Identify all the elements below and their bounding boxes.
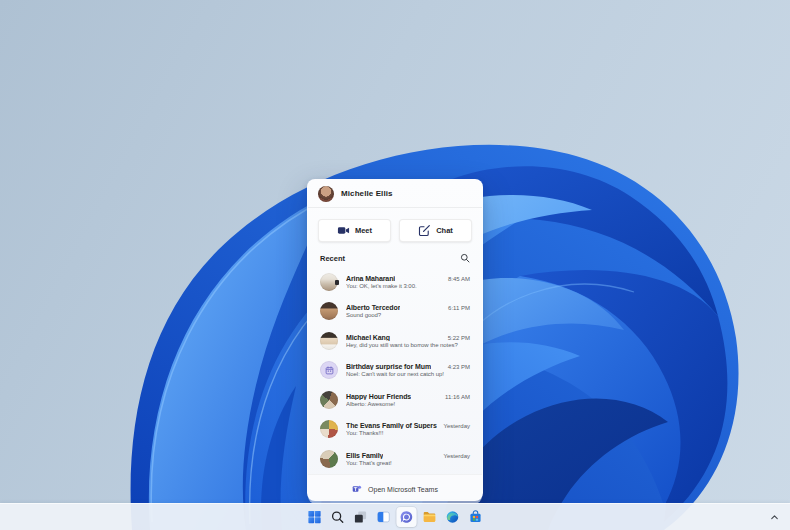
chat-timestamp: Yesterday bbox=[440, 453, 470, 459]
chat-timestamp: 8:45 AM bbox=[444, 276, 470, 282]
avatar bbox=[320, 391, 338, 409]
task-view-icon bbox=[354, 510, 368, 524]
system-tray bbox=[769, 504, 780, 530]
chat-timestamp: 6:11 PM bbox=[444, 305, 470, 311]
avatar bbox=[320, 420, 338, 438]
chat-preview: Hey, did you still want to borrow the no… bbox=[346, 342, 470, 348]
teams-logo-icon bbox=[352, 484, 362, 494]
edge-button[interactable] bbox=[443, 507, 463, 527]
recent-label: Recent bbox=[320, 254, 345, 263]
chat-button-label: Chat bbox=[436, 226, 453, 235]
chat-list-item[interactable]: Michael Kang 5:22 PM Hey, did you still … bbox=[320, 326, 470, 356]
avatar bbox=[320, 332, 338, 350]
chat-timestamp: 5:22 PM bbox=[444, 335, 470, 341]
chat-list-item[interactable]: The Evans Family of Supers Yesterday You… bbox=[320, 415, 470, 445]
avatar bbox=[320, 361, 338, 379]
open-teams-button[interactable]: Open Microsoft Teams bbox=[308, 474, 482, 504]
flyout-header: Michelle Ellis bbox=[308, 180, 482, 208]
chat-name: Birthday surprise for Mum bbox=[346, 363, 431, 370]
chat-list-item[interactable]: Happy Hour Friends 11:16 AM Alberto: Awe… bbox=[320, 385, 470, 415]
avatar bbox=[320, 450, 338, 468]
edge-browser-icon bbox=[446, 510, 460, 524]
chat-preview: Alberto: Awesome! bbox=[346, 401, 470, 407]
start-button[interactable] bbox=[305, 507, 325, 527]
chat-name: The Evans Family of Supers bbox=[346, 422, 437, 429]
chat-name: Ellis Family bbox=[346, 452, 383, 459]
chat-preview: You: OK, let's make it 3:00. bbox=[346, 283, 470, 289]
open-teams-label: Open Microsoft Teams bbox=[368, 486, 438, 493]
calendar-icon bbox=[325, 366, 334, 375]
taskbar-icons bbox=[305, 504, 486, 530]
chat-preview: You: Thanks!!! bbox=[346, 430, 470, 436]
search-icon[interactable] bbox=[460, 253, 470, 263]
store-button[interactable] bbox=[466, 507, 486, 527]
meet-button-label: Meet bbox=[355, 226, 372, 235]
desktop: Michelle Ellis Meet Chat Recent bbox=[0, 0, 790, 530]
chat-list-item[interactable]: Arina Maharani 8:45 AM You: OK, let's ma… bbox=[320, 267, 470, 297]
chat-timestamp: Yesterday bbox=[440, 423, 470, 429]
meet-button[interactable]: Meet bbox=[318, 219, 391, 242]
avatar bbox=[320, 273, 338, 291]
avatar bbox=[320, 302, 338, 320]
widgets-icon bbox=[377, 510, 391, 524]
chat-button-taskbar[interactable] bbox=[397, 507, 417, 527]
task-view-button[interactable] bbox=[351, 507, 371, 527]
search-icon bbox=[331, 510, 345, 524]
video-camera-icon bbox=[337, 224, 350, 237]
teams-chat-flyout: Michelle Ellis Meet Chat Recent bbox=[307, 179, 483, 501]
action-row: Meet Chat bbox=[308, 208, 482, 251]
user-name: Michelle Ellis bbox=[341, 189, 393, 198]
avatar[interactable] bbox=[318, 186, 334, 202]
chat-name: Arina Maharani bbox=[346, 275, 395, 282]
chat-timestamp: 4:23 PM bbox=[444, 364, 470, 370]
recent-row: Recent bbox=[308, 251, 482, 267]
compose-icon bbox=[418, 224, 431, 237]
chat-button[interactable]: Chat bbox=[399, 219, 472, 242]
taskbar bbox=[0, 503, 790, 530]
windows-start-icon bbox=[308, 510, 322, 524]
chat-name: Michael Kang bbox=[346, 334, 390, 341]
chat-name: Happy Hour Friends bbox=[346, 393, 411, 400]
search-button[interactable] bbox=[328, 507, 348, 527]
chat-preview: Sound good? bbox=[346, 312, 470, 318]
chat-preview: You: That's great! bbox=[346, 460, 470, 466]
file-explorer-icon bbox=[423, 510, 437, 524]
chat-list-item[interactable]: Ellis Family Yesterday You: That's great… bbox=[320, 444, 470, 474]
microsoft-store-icon bbox=[469, 510, 483, 524]
chat-preview: Noel: Can't wait for our next catch up! bbox=[346, 371, 470, 377]
chat-list-item[interactable]: Alberto Tercedor 6:11 PM Sound good? bbox=[320, 297, 470, 327]
chat-name: Alberto Tercedor bbox=[346, 304, 400, 311]
chat-timestamp: 11:16 AM bbox=[441, 394, 470, 400]
recent-chat-list: Arina Maharani 8:45 AM You: OK, let's ma… bbox=[308, 267, 482, 474]
widgets-button[interactable] bbox=[374, 507, 394, 527]
chat-list-item[interactable]: Birthday surprise for Mum 4:23 PM Noel: … bbox=[320, 356, 470, 386]
chevron-up-icon[interactable] bbox=[769, 512, 780, 523]
file-explorer-button[interactable] bbox=[420, 507, 440, 527]
chat-bubble-icon bbox=[400, 510, 414, 524]
